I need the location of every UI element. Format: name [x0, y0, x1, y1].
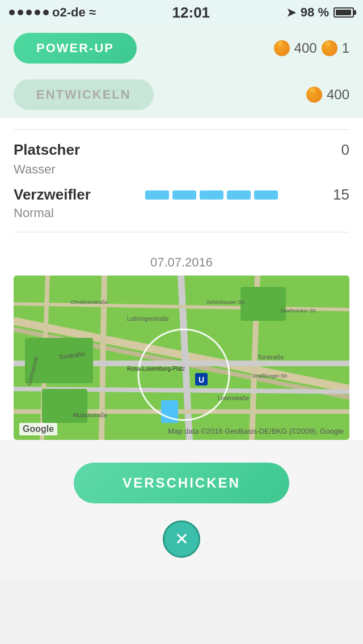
power-up-candy-count: 1: [342, 40, 349, 56]
status-right: ➤ 98 %: [286, 5, 354, 20]
main-content: POWER-UP 400 1 ENTWICKELN 400 Platscher …: [0, 25, 363, 440]
divider-top: [14, 129, 349, 130]
move-bar-1: [145, 190, 169, 200]
move2-type-row: Normal: [14, 206, 349, 221]
move1-value: 0: [341, 141, 349, 159]
status-bar: o2-de ≈ 12:01 ➤ 98 %: [0, 0, 363, 25]
verschicken-button[interactable]: VERSCHICKEN: [74, 463, 289, 503]
move2-name-row: Verzweifler 15: [14, 186, 349, 204]
svg-text:Schönhauser Str.: Schönhauser Str.: [206, 299, 246, 305]
svg-text:Saarbrücker Str.: Saarbrücker Str.: [280, 308, 317, 313]
map-svg: U Torstraße Torstraße Gormannstr. Mulack…: [14, 276, 349, 440]
map-container: U Torstraße Torstraße Gormannstr. Mulack…: [14, 276, 349, 440]
signal-dots: [9, 10, 49, 15]
move-bar-2: [172, 190, 196, 200]
battery-percent: 98 %: [301, 5, 329, 20]
status-left: o2-de ≈: [9, 5, 96, 20]
move2-bars: [145, 190, 278, 200]
candy-icon-entwickeln: [306, 87, 322, 103]
svg-text:Mulackstraße: Mulackstraße: [73, 412, 107, 418]
time-display: 12:01: [172, 4, 210, 22]
entwickeln-button[interactable]: ENTWICKELN: [14, 79, 154, 110]
move2-type: Normal: [14, 206, 54, 221]
candy-icon-powerup: [274, 40, 290, 56]
svg-text:Christinenstraße: Christinenstraße: [70, 299, 108, 305]
move-bar-5: [254, 190, 278, 200]
date-label: 07.07.2016: [150, 255, 213, 269]
svg-text:Linienstraße: Linienstraße: [218, 395, 249, 401]
close-icon: ✕: [175, 531, 189, 548]
svg-text:U: U: [199, 375, 204, 384]
map-credit: Map data ©2016 GeoBasis-DE/BKG (©2009), …: [168, 427, 344, 435]
svg-rect-12: [240, 287, 286, 321]
battery-icon: [334, 7, 354, 18]
entwickeln-cost-value: 400: [327, 87, 349, 103]
power-up-row: POWER-UP 400 1: [0, 25, 363, 71]
svg-text:Lothringerstraße: Lothringerstraße: [127, 316, 169, 322]
bottom-section: VERSCHICKEN ✕: [0, 440, 363, 581]
entwickeln-cost: 400: [306, 87, 349, 103]
move1-type: Wasser: [14, 162, 56, 177]
wifi-icon: ≈: [89, 5, 96, 20]
move-bar-3: [200, 190, 223, 200]
close-button[interactable]: ✕: [163, 520, 200, 558]
move2-name: Verzweifler: [14, 186, 91, 204]
power-up-button[interactable]: POWER-UP: [14, 33, 137, 63]
move-bar-4: [227, 190, 251, 200]
move1-name: Platscher: [14, 141, 80, 159]
move1-type-row: Wasser: [14, 162, 349, 177]
google-logo: Google: [19, 423, 57, 435]
divider-middle: [14, 232, 349, 232]
gps-icon: ➤: [286, 6, 296, 19]
entwickeln-row: ENTWICKELN 400: [0, 71, 363, 118]
date-section: 07.07.2016: [0, 244, 363, 276]
svg-text:Straßburger-Str.: Straßburger-Str.: [252, 373, 289, 379]
move2-value: 15: [333, 186, 349, 204]
carrier-label: o2-de: [52, 5, 86, 20]
svg-text:Rosa-Luxemburg-Platz: Rosa-Luxemburg-Platz: [127, 366, 185, 372]
svg-text:Torstraße: Torstraße: [258, 354, 284, 361]
power-up-cost-value: 400: [294, 40, 317, 56]
move1-name-row: Platscher 0: [14, 141, 349, 159]
power-up-cost: 400 1: [274, 40, 349, 56]
candy-icon-count: [322, 40, 337, 56]
moves-section: Platscher 0 Wasser Verzweifler 15 Normal: [0, 141, 363, 221]
